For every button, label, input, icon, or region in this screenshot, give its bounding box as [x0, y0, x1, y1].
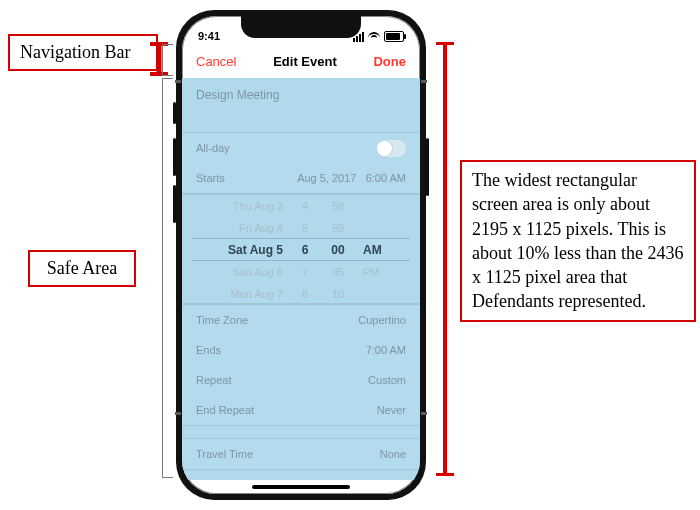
travel-time-row[interactable]: Travel Time None [182, 439, 420, 469]
cancel-button[interactable]: Cancel [196, 54, 236, 69]
timezone-label: Time Zone [196, 314, 248, 326]
starts-time: 6:00 AM [366, 172, 406, 184]
right-ibeam-marker [436, 42, 454, 476]
callout-navigation-bar: Navigation Bar [8, 34, 158, 71]
callout-right-text: The widest rectangular screen area is on… [460, 160, 696, 322]
end-repeat-row[interactable]: End Repeat Never [182, 395, 420, 425]
callout-right-text-body: The widest rectangular screen area is on… [472, 170, 683, 311]
notch [241, 16, 361, 38]
all-day-label: All-day [196, 142, 230, 154]
travel-time-value: None [380, 448, 406, 460]
callout-navigation-bar-text: Navigation Bar [20, 42, 130, 62]
callout-safe-area-text: Safe Area [47, 258, 117, 278]
end-repeat-label: End Repeat [196, 404, 254, 416]
ends-row[interactable]: Ends 7:00 AM [182, 335, 420, 365]
starts-row[interactable]: Starts Aug 5, 2017 6:00 AM [182, 163, 420, 193]
navigation-bar: Cancel Edit Event Done [182, 44, 420, 78]
travel-time-label: Travel Time [196, 448, 253, 460]
wifi-icon [368, 32, 380, 41]
starts-date: Aug 5, 2017 [297, 172, 356, 184]
end-repeat-value: Never [377, 404, 406, 416]
battery-icon [384, 31, 404, 42]
nav-bracket [162, 44, 173, 76]
timezone-row[interactable]: Time Zone Cupertino [182, 305, 420, 335]
figure: Navigation Bar Safe Area The widest rect… [0, 0, 700, 510]
timezone-value: Cupertino [358, 314, 406, 326]
safe-area-bracket [162, 78, 173, 478]
repeat-value: Custom [368, 374, 406, 386]
status-time: 9:41 [198, 30, 220, 42]
date-picker-selected: Sat Aug 5600AM [182, 239, 420, 261]
date-picker[interactable]: Thu Aug 3458 Fri Aug 4559 Sat Aug 5600AM… [182, 194, 420, 304]
phone-frame: 9:41 Cancel Edit Event Done Design Meeti… [176, 10, 426, 500]
repeat-row[interactable]: Repeat Custom [182, 365, 420, 395]
all-day-toggle[interactable] [376, 140, 406, 157]
safe-area: Design Meeting All-day Starts Aug 5, 201… [182, 78, 420, 480]
ends-value: 7:00 AM [366, 344, 406, 356]
callout-safe-area: Safe Area [28, 250, 136, 287]
ends-label: Ends [196, 344, 221, 356]
phone-screen: 9:41 Cancel Edit Event Done Design Meeti… [182, 16, 420, 494]
all-day-row[interactable]: All-day [182, 133, 420, 163]
starts-label: Starts [196, 172, 225, 184]
event-title-field[interactable]: Design Meeting [182, 78, 420, 120]
home-indicator[interactable] [252, 485, 350, 489]
page-title: Edit Event [273, 54, 337, 69]
repeat-label: Repeat [196, 374, 231, 386]
done-button[interactable]: Done [373, 54, 406, 69]
